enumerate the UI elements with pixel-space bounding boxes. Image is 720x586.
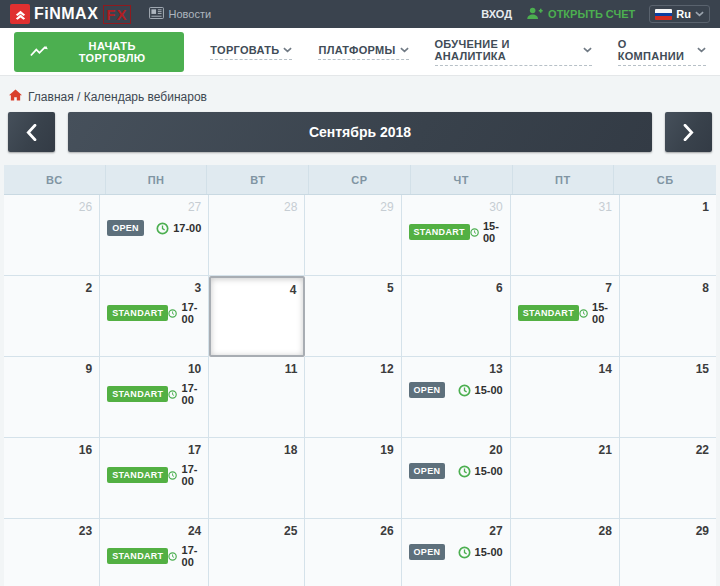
prev-month-button[interactable] (8, 112, 55, 152)
cell-event[interactable]: OPEN 15-00 (409, 544, 503, 560)
login-link[interactable]: ВХОД (481, 8, 512, 20)
cell-date: 18 (216, 443, 297, 457)
clock-icon (168, 469, 177, 482)
clock-icon (458, 546, 471, 559)
calendar-day-cell[interactable]: 9 (4, 357, 100, 438)
cell-event[interactable]: OPEN 15-00 (409, 382, 503, 398)
calendar-day-cell[interactable]: 19 (305, 438, 401, 519)
cell-event[interactable]: STANDART 17-00 (107, 382, 201, 406)
calendar-day-cell[interactable]: 12 (305, 357, 401, 438)
calendar-day-cell[interactable]: 4 (209, 276, 305, 357)
cell-date: 23 (11, 524, 92, 538)
webinar-calendar: ВС ПН ВТ СР ЧТ ПТ СБ 26 27 OPEN 17-00 28… (4, 165, 716, 586)
chevron-down-icon (695, 11, 704, 17)
calendar-day-cell[interactable]: 2 (4, 276, 100, 357)
day-header-mon: ПН (106, 165, 208, 194)
cell-date: 27 (107, 200, 201, 214)
calendar-day-cell[interactable]: 28 (209, 195, 305, 276)
event-time: 15-00 (592, 301, 612, 325)
calendar-day-cell[interactable]: 10 STANDART 17-00 (100, 357, 209, 438)
calendar-day-cell[interactable]: 18 (209, 438, 305, 519)
calendar-day-cell[interactable]: 29 (305, 195, 401, 276)
news-label: Новости (169, 8, 212, 20)
calendar-day-cell[interactable]: 16 (4, 438, 100, 519)
calendar-day-cell[interactable]: 27 OPEN 15-00 (402, 519, 511, 586)
calendar-day-cell[interactable]: 11 (209, 357, 305, 438)
cell-date: 2 (11, 281, 92, 295)
event-badge: STANDART (107, 467, 168, 483)
event-badge: OPEN (409, 382, 446, 398)
day-header-thu: ЧТ (411, 165, 513, 194)
open-account-link[interactable]: ОТКРЫТЬ СЧЕТ (526, 7, 635, 22)
person-plus-icon (526, 7, 543, 22)
clock-icon (579, 307, 588, 320)
start-trading-label: НАЧАТЬ ТОРГОВЛЮ (56, 40, 168, 64)
calendar-day-cell[interactable]: 29 (620, 519, 716, 586)
day-header-sat: СБ (614, 165, 716, 194)
calendar-day-cell[interactable]: 13 OPEN 15-00 (402, 357, 511, 438)
calendar-day-cell[interactable]: 17 STANDART 17-00 (100, 438, 209, 519)
cell-date: 28 (518, 524, 612, 538)
event-time: 17-00 (173, 222, 201, 234)
language-selector[interactable]: Ru (649, 5, 710, 23)
calendar-day-cell[interactable]: 3 STANDART 17-00 (100, 276, 209, 357)
next-month-button[interactable] (665, 112, 712, 152)
calendar-day-cell[interactable]: 1 (620, 195, 716, 276)
event-time-group: 15-00 (458, 465, 503, 478)
calendar-month-title: Сентябрь 2018 (68, 112, 652, 152)
logo[interactable]: FiNMAX FX (10, 4, 131, 24)
day-header-tue: ВТ (207, 165, 309, 194)
nav-item-label: ТОРГОВАТЬ (210, 44, 279, 56)
calendar-day-cell[interactable]: 6 (402, 276, 511, 357)
cell-date: 16 (11, 443, 92, 457)
calendar-day-cell[interactable]: 15 (620, 357, 716, 438)
calendar-day-cell[interactable]: 27 OPEN 17-00 (100, 195, 209, 276)
cell-date: 3 (107, 281, 201, 295)
cell-event[interactable]: STANDART 17-00 (107, 544, 201, 568)
cell-event[interactable]: STANDART 15-00 (409, 220, 503, 244)
language-code: Ru (676, 8, 691, 20)
calendar-header: Сентябрь 2018 (8, 112, 712, 152)
logo-chevrons-icon (10, 4, 30, 24)
calendar-day-cell[interactable]: 28 (511, 519, 620, 586)
calendar-day-cell[interactable]: 31 (511, 195, 620, 276)
nav-item-company[interactable]: О КОМПАНИИ (618, 38, 706, 66)
cell-event[interactable]: STANDART 15-00 (518, 301, 612, 325)
event-time: 15-00 (475, 465, 503, 477)
cell-date: 24 (107, 524, 201, 538)
nav-item-platforms[interactable]: ПЛАТФОРМЫ (318, 44, 408, 60)
day-header-fri: ПТ (513, 165, 615, 194)
cell-event[interactable]: OPEN 17-00 (107, 220, 201, 236)
news-link[interactable]: Новости (149, 7, 212, 21)
cell-date: 9 (11, 362, 92, 376)
event-time: 15-00 (483, 220, 503, 244)
day-headers-row: ВС ПН ВТ СР ЧТ ПТ СБ (4, 165, 716, 195)
calendar-day-cell[interactable]: 30 STANDART 15-00 (402, 195, 511, 276)
nav-item-trade[interactable]: ТОРГОВАТЬ (210, 44, 292, 60)
calendar-day-cell[interactable]: 26 (305, 519, 401, 586)
calendar-day-cell[interactable]: 22 (620, 438, 716, 519)
start-trading-button[interactable]: НАЧАТЬ ТОРГОВЛЮ (14, 32, 184, 72)
nav-item-education[interactable]: ОБУЧЕНИЕ И АНАЛИТИКА (435, 38, 592, 66)
cell-date: 30 (409, 200, 503, 214)
cell-date: 22 (627, 443, 709, 457)
calendar-day-cell[interactable]: 21 (511, 438, 620, 519)
cell-event[interactable]: STANDART 17-00 (107, 301, 201, 325)
chevron-down-icon (583, 47, 592, 53)
breadcrumb[interactable]: Главная / Календарь вебинаров (0, 76, 720, 112)
cell-event[interactable]: OPEN 15-00 (409, 463, 503, 479)
calendar-day-cell[interactable]: 7 STANDART 15-00 (511, 276, 620, 357)
calendar-day-cell[interactable]: 25 (209, 519, 305, 586)
calendar-day-cell[interactable]: 24 STANDART 17-00 (100, 519, 209, 586)
cell-date: 4 (218, 283, 296, 297)
cell-date: 26 (312, 524, 393, 538)
event-time-group: 17-00 (168, 301, 201, 325)
flag-ru-icon (655, 9, 672, 20)
calendar-day-cell[interactable]: 20 OPEN 15-00 (402, 438, 511, 519)
calendar-day-cell[interactable]: 5 (305, 276, 401, 357)
calendar-day-cell[interactable]: 23 (4, 519, 100, 586)
calendar-day-cell[interactable]: 8 (620, 276, 716, 357)
cell-event[interactable]: STANDART 17-00 (107, 463, 201, 487)
calendar-day-cell[interactable]: 26 (4, 195, 100, 276)
calendar-day-cell[interactable]: 14 (511, 357, 620, 438)
